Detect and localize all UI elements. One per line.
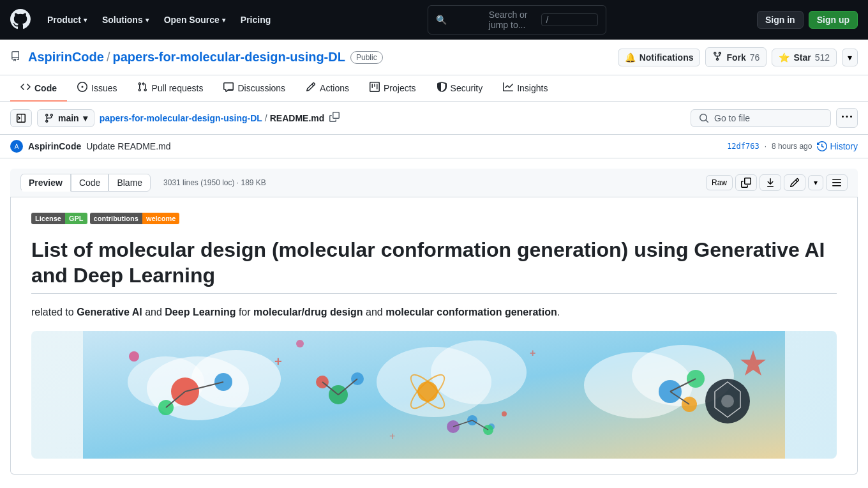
sidebar-toggle-button[interactable]: [10, 109, 32, 127]
security-icon: [437, 82, 447, 94]
go-to-file-placeholder: Go to file: [714, 113, 750, 123]
hero-svg: + + +: [31, 331, 837, 459]
readme-title: List of molecular design (molecular conf…: [31, 237, 837, 294]
history-button[interactable]: History: [817, 141, 858, 151]
repo-type-icon: [10, 51, 20, 63]
readme-content: License GPL contributions welcome List o…: [10, 197, 858, 475]
visibility-badge: Public: [350, 51, 383, 64]
github-logo[interactable]: [10, 9, 31, 31]
projects-icon: [370, 82, 380, 94]
tab-security[interactable]: Security: [426, 75, 493, 102]
commit-meta: 12df763 · 8 hours ago History: [727, 141, 858, 151]
repo-header: AspirinCode / papers-for-molecular-desig…: [0, 40, 868, 75]
commit-time: 8 hours ago: [772, 142, 812, 151]
tab-code[interactable]: Code: [10, 75, 67, 102]
svg-point-36: [502, 411, 507, 416]
svg-point-5: [431, 340, 527, 404]
svg-text:+: +: [274, 355, 282, 369]
header-actions: Sign in Sign up: [757, 11, 858, 29]
tab-discussions[interactable]: Discussions: [213, 75, 296, 102]
pr-icon: [137, 82, 147, 94]
nav-solutions[interactable]: Solutions ▾: [96, 11, 155, 29]
svg-point-2: [191, 350, 281, 408]
branch-chevron-icon: ▾: [83, 113, 87, 123]
nav-pricing[interactable]: Pricing: [234, 11, 277, 29]
chevron-down-icon: ▾: [146, 17, 149, 24]
tab-actions[interactable]: Actions: [296, 75, 359, 102]
notifications-button[interactable]: 🔔 Notifications: [618, 49, 701, 66]
search-box[interactable]: 🔍 Search or jump to... /: [428, 5, 606, 34]
tab-pull-requests[interactable]: Pull requests: [127, 75, 213, 102]
repo-actions: 🔔 Notifications Fork 76 ⭐ Star 512 ▾: [618, 47, 858, 67]
blame-tab[interactable]: Blame: [108, 174, 151, 192]
insights-icon: [503, 82, 513, 94]
issues-icon: [77, 82, 87, 94]
star-icon: ⭐: [779, 52, 789, 63]
code-icon: [20, 82, 31, 94]
repo-name-link[interactable]: papers-for-molecular-design-using-DL: [112, 50, 345, 65]
star-button[interactable]: ⭐ Star 512: [772, 49, 837, 66]
commit-sha[interactable]: 12df763: [727, 142, 760, 151]
nav-open-source[interactable]: Open Source ▾: [158, 11, 232, 29]
svg-point-21: [721, 395, 734, 408]
raw-button[interactable]: Raw: [706, 175, 733, 190]
repo-tabs: Code Issues Pull requests Discussions Ac…: [0, 75, 868, 102]
tab-insights-label: Insights: [517, 83, 548, 93]
file-search-area: Go to file: [691, 109, 831, 127]
tab-insights[interactable]: Insights: [493, 75, 558, 102]
chevron-down-icon: ▾: [222, 17, 225, 24]
branch-selector[interactable]: main ▾: [37, 109, 94, 127]
tab-projects[interactable]: Projects: [359, 75, 426, 102]
file-view-tabs: Preview Code Blame: [20, 174, 151, 192]
author-avatar: A: [10, 140, 23, 153]
sign-in-button[interactable]: Sign in: [757, 11, 804, 29]
badges-container: License GPL contributions welcome: [31, 213, 837, 224]
main-nav: Product ▾ Solutions ▾ Open Source ▾ Pric…: [41, 11, 277, 29]
search-shortcut-badge: /: [541, 13, 598, 26]
code-tab[interactable]: Code: [71, 174, 108, 192]
discussions-icon: [223, 82, 234, 94]
commit-author[interactable]: AspirinCode: [28, 141, 81, 151]
svg-point-24: [417, 381, 438, 402]
tab-issues[interactable]: Issues: [67, 75, 127, 102]
tab-projects-label: Projects: [384, 83, 416, 93]
go-to-file-input[interactable]: Go to file: [691, 109, 831, 127]
svg-point-23: [296, 340, 304, 347]
edit-button[interactable]: [784, 174, 805, 191]
fork-button[interactable]: Fork 76: [705, 47, 767, 67]
search-icon: 🔍: [436, 15, 484, 25]
fork-icon: [712, 51, 722, 63]
download-button[interactable]: [760, 174, 781, 191]
preview-tab[interactable]: Preview: [20, 174, 71, 192]
contributions-badge: contributions welcome: [90, 213, 180, 224]
symbols-button[interactable]: [826, 174, 848, 191]
sign-up-button[interactable]: Sign up: [809, 11, 858, 29]
svg-text:+: +: [530, 347, 535, 358]
branch-name: main: [58, 113, 79, 123]
add-action-button[interactable]: ▾: [842, 49, 858, 66]
chevron-down-icon: ▾: [84, 17, 87, 24]
breadcrumb-repo-link[interactable]: papers-for-molecular-design-using-DL: [100, 113, 262, 123]
repo-breadcrumb: AspirinCode / papers-for-molecular-desig…: [28, 50, 383, 65]
file-breadcrumb: papers-for-molecular-design-using-DL / R…: [100, 111, 343, 125]
more-options-button[interactable]: [836, 108, 858, 128]
tab-issues-label: Issues: [91, 83, 117, 93]
main-header: Product ▾ Solutions ▾ Open Source ▾ Pric…: [0, 0, 868, 40]
breadcrumb-sep: /: [265, 113, 267, 123]
tab-pr-label: Pull requests: [151, 83, 203, 93]
file-toolbar: main ▾ papers-for-molecular-design-using…: [0, 102, 868, 135]
breadcrumb-separator: /: [107, 50, 110, 65]
edit-chevron-button[interactable]: ▾: [808, 175, 823, 190]
repo-owner-link[interactable]: AspirinCode: [28, 50, 104, 65]
breadcrumb-file: README.md: [270, 113, 325, 123]
nav-product[interactable]: Product ▾: [41, 11, 93, 29]
search-area: 🔍 Search or jump to... /: [287, 5, 747, 34]
file-stats: 3031 lines (1950 loc) · 189 KB: [163, 178, 266, 187]
copy-raw-button[interactable]: [735, 174, 757, 191]
actions-icon: [306, 82, 316, 94]
readme-hero-image: + + +: [31, 331, 837, 459]
copy-path-button[interactable]: [327, 111, 342, 125]
tab-code-label: Code: [34, 83, 57, 93]
file-actions: Raw ▾: [706, 174, 848, 191]
commit-separator: ·: [765, 142, 767, 151]
